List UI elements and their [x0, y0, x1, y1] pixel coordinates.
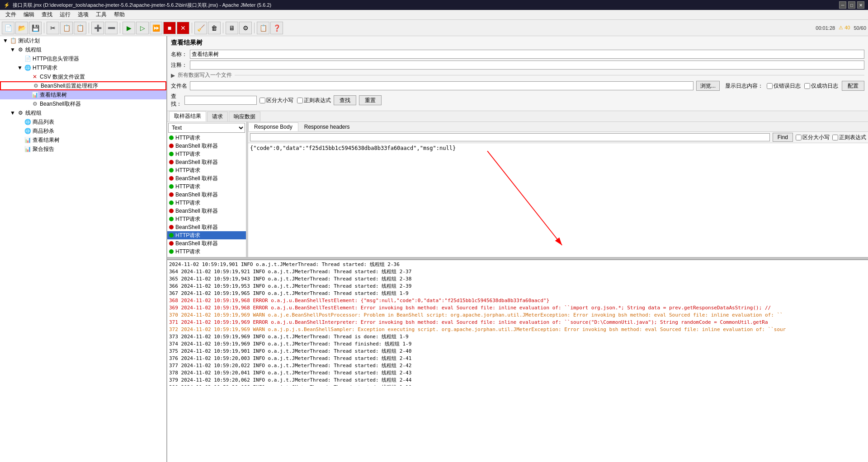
sidebar-item-beanshell-postproc[interactable]: ⚙ BeanShell后置处理程序	[0, 81, 166, 90]
start-button[interactable]: ▶	[123, 22, 135, 34]
sidebar-item-thread-group-1[interactable]: ▼ ⚙ 线程组	[0, 45, 166, 54]
sidebar-item-product-seckill[interactable]: 🌐 商品秒杀	[0, 126, 166, 135]
sidebar-item-aggregate-report[interactable]: 📊 聚合报告	[0, 145, 166, 154]
reset-button[interactable]: 重置	[359, 95, 382, 105]
save-button[interactable]: 💾	[29, 22, 42, 34]
close-button[interactable]: ✕	[857, 1, 864, 9]
toggle-thread-group-2[interactable]: ▼	[9, 110, 16, 116]
start-no-pause[interactable]: ▷	[136, 22, 149, 34]
log-viewer[interactable]: 📋	[257, 22, 269, 34]
find-button[interactable]: Find	[773, 133, 793, 142]
menu-help[interactable]: 帮助	[110, 10, 128, 19]
display-dropdown[interactable]: Text	[168, 123, 245, 133]
list-item[interactable]: HTTP请求	[167, 247, 246, 256]
regex-checkbox[interactable]: 正则表达式	[297, 97, 331, 104]
search-input[interactable]	[184, 96, 257, 105]
clear-all-button[interactable]: 🗑	[208, 22, 221, 34]
log-line: 375 2024-11-02 10:59:19,901 INFO o.a.j.t…	[169, 348, 866, 355]
success-log-checkbox[interactable]: 仅成功日志	[804, 82, 838, 90]
open-button[interactable]: 📂	[15, 22, 28, 34]
list-item[interactable]: BeanShell 取样器	[167, 239, 246, 247]
collapse-button[interactable]: ➖	[105, 22, 118, 34]
log-line: 369 2024-11-02 10:59:19,968 ERROR o.a.j.…	[169, 304, 866, 312]
search-button[interactable]: 查找	[334, 95, 356, 105]
error-log-check[interactable]	[767, 83, 773, 89]
cut-button[interactable]: ✂	[47, 22, 59, 34]
list-item[interactable]: HTTP请求	[167, 215, 246, 223]
function-helper[interactable]: ⚙	[239, 22, 252, 34]
menu-tools[interactable]: 工具	[92, 10, 110, 19]
list-item[interactable]: BeanShell 取样器	[167, 207, 246, 215]
list-item[interactable]: HTTP请求	[167, 182, 246, 191]
response-tab-headers[interactable]: Response headers	[298, 122, 356, 131]
response-regex-check[interactable]	[832, 135, 838, 140]
menu-file[interactable]: 文件	[2, 10, 20, 19]
thread-group-2-icon: ⚙	[16, 109, 24, 117]
beanshell-postproc-icon: ⚙	[32, 82, 40, 89]
copy-button[interactable]: 📋	[60, 22, 73, 34]
list-item[interactable]: HTTP请求	[167, 150, 246, 158]
sidebar-item-product-list[interactable]: 🌐 商品列表	[0, 117, 166, 126]
minimize-button[interactable]: ─	[839, 1, 846, 9]
menu-run[interactable]: 运行	[56, 10, 74, 19]
list-item[interactable]: BeanShell 取样器	[167, 142, 246, 150]
menu-find[interactable]: 查找	[38, 10, 56, 19]
toggle-http-request-1[interactable]: ▼	[16, 65, 24, 71]
case-sensitive-checkbox[interactable]: 区分大小写	[259, 97, 293, 104]
browse-button[interactable]: 浏览...	[696, 81, 720, 91]
sidebar-item-http-request-1[interactable]: ▼ 🌐 HTTP请求	[0, 63, 166, 72]
list-item[interactable]: HTTP请求	[167, 134, 246, 142]
sidebar-item-view-results-tree[interactable]: 📊 查看结果树	[0, 90, 166, 99]
sidebar-item-beanshell-sampler-1[interactable]: ⚙ BeanShell取样器	[0, 99, 166, 108]
tab-request[interactable]: 请求	[207, 112, 228, 121]
sidebar-item-thread-group-2[interactable]: ▼ ⚙ 线程组	[0, 108, 166, 117]
stop-button[interactable]: ■	[163, 22, 176, 34]
start-remote[interactable]: ⏩	[150, 22, 162, 34]
name-input[interactable]	[190, 50, 864, 59]
response-search-input[interactable]	[250, 133, 770, 141]
sidebar-item-http-header[interactable]: 📄 HTTP信息头管理器	[0, 54, 166, 63]
list-item[interactable]: HTTP请求	[167, 231, 246, 239]
list-item[interactable]: BeanShell 取样器	[167, 223, 246, 231]
toolbar-separator-6	[254, 23, 255, 33]
toggle-thread-group-1[interactable]: ▼	[9, 47, 16, 53]
tab-sampler-results[interactable]: 取样器结果	[169, 111, 206, 121]
list-item[interactable]: BeanShell 取样器	[167, 191, 246, 199]
response-case-sensitive-check[interactable]	[796, 135, 802, 140]
list-item[interactable]: HTTP请求	[167, 199, 246, 207]
expand-button[interactable]: ➕	[91, 22, 104, 34]
maximize-button[interactable]: □	[848, 1, 855, 9]
list-item[interactable]: BeanShell 取样器	[167, 174, 246, 182]
file-input[interactable]	[190, 81, 693, 90]
run-remote[interactable]: 🖥	[226, 22, 238, 34]
response-tab-body[interactable]: Response Body	[248, 122, 298, 131]
log-line: 2024-11-02 10:59:19,901 INFO o.a.j.t.JMe…	[169, 261, 866, 268]
case-sensitive-check[interactable]	[259, 98, 265, 103]
search-label-text: 查找：	[171, 93, 182, 108]
response-case-sensitive-checkbox[interactable]: 区分大小写	[796, 134, 830, 141]
error-log-checkbox[interactable]: 仅错误日志	[767, 82, 801, 90]
tab-response-data[interactable]: 响应数据	[229, 112, 260, 121]
paste-button[interactable]: 📋	[74, 22, 86, 34]
sidebar-item-test-plan[interactable]: ▼ 📋 测试计划	[0, 36, 166, 45]
sidebar-item-view-results-tree-2[interactable]: 📊 查看结果树	[0, 135, 166, 145]
list-item[interactable]: BeanShell 取样器	[167, 158, 246, 166]
list-item[interactable]: HTTP请求	[167, 166, 246, 174]
stop-now-button[interactable]: ✕	[177, 22, 189, 34]
comment-input[interactable]	[190, 61, 864, 70]
menu-bar: 文件 编辑 查找 运行 选项 工具 帮助	[0, 10, 868, 20]
menu-options[interactable]: 选项	[74, 10, 92, 19]
regex-check[interactable]	[297, 98, 303, 103]
status-dot	[169, 152, 174, 156]
response-regex-checkbox[interactable]: 正则表达式	[832, 134, 866, 141]
new-button[interactable]: 📄	[2, 22, 14, 34]
clear-button[interactable]: 🧹	[194, 22, 207, 34]
menu-edit[interactable]: 编辑	[20, 10, 38, 19]
sidebar-item-csv-config[interactable]: ✕ CSV 数据文件设置	[0, 72, 166, 81]
list-item[interactable]: BeanShell 取样器	[167, 256, 246, 257]
config-button[interactable]: 配置	[842, 81, 864, 91]
success-log-check[interactable]	[804, 83, 810, 89]
toggle-test-plan[interactable]: ▼	[2, 37, 9, 44]
toolbar-separator-5	[223, 23, 223, 33]
help-btn[interactable]: ❓	[270, 22, 283, 34]
